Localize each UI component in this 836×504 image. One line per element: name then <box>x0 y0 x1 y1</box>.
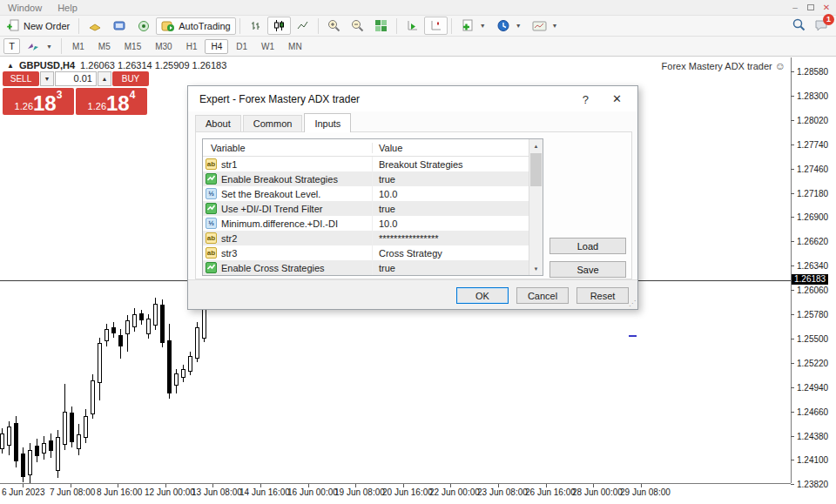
market-watch-button[interactable] <box>83 17 107 35</box>
timeframe-button-m30[interactable]: M30 <box>149 39 178 54</box>
time-axis-tick <box>450 484 451 487</box>
dialog-title: Expert - Forex Mastery ADX trader <box>199 93 360 105</box>
objects-button[interactable]: ▼ <box>20 37 57 55</box>
volume-down-button[interactable]: ▼ <box>40 71 54 86</box>
minimize-button[interactable]: – <box>787 1 803 13</box>
price-axis-label: 1.26340 <box>797 261 828 271</box>
param-name-cell: abstr3 <box>203 245 373 260</box>
metaeditor-button[interactable] <box>107 17 131 35</box>
param-value-cell[interactable]: true <box>373 263 395 273</box>
scroll-up-button[interactable]: ▲ <box>529 139 543 152</box>
zoom-out-button[interactable] <box>346 17 369 35</box>
close-button[interactable]: ✕ <box>819 1 834 13</box>
candlestick <box>181 369 185 378</box>
menu-item-window[interactable]: Window <box>0 2 50 14</box>
template-button[interactable]: ▼ <box>527 17 563 35</box>
param-value-cell[interactable]: 10.0 <box>373 218 397 229</box>
buy-button[interactable]: BUY <box>112 71 149 86</box>
save-button[interactable]: Save <box>549 261 626 278</box>
bar-chart-button[interactable] <box>244 17 267 35</box>
timeframe-button-mn[interactable]: MN <box>282 39 308 54</box>
table-row[interactable]: abstr3Cross Strategy <box>203 245 543 260</box>
scroll-down-button[interactable]: ▼ <box>529 262 543 275</box>
candlestick <box>167 340 172 393</box>
table-row[interactable]: ½Set the Breakout Level.10.0 <box>203 186 543 201</box>
timeframe-button-h4[interactable]: H4 <box>205 39 228 54</box>
table-scrollbar[interactable]: ▲ ▼ <box>529 139 543 275</box>
time-axis-label: 19 Jun 08:00 <box>334 487 385 497</box>
line-chart-button[interactable] <box>291 17 314 35</box>
dialog-close-button[interactable]: ✕ <box>612 92 622 105</box>
zoom-in-button[interactable] <box>322 17 346 35</box>
metaeditor-icon <box>112 20 126 32</box>
toolbar-separator <box>239 18 240 34</box>
signals-button[interactable] <box>131 17 156 35</box>
table-row[interactable]: Enable Cross Strategiestrue <box>203 260 543 275</box>
reset-button[interactable]: Reset <box>576 287 629 304</box>
buy-price-display[interactable]: 1.26184 <box>76 88 147 115</box>
resize-grip[interactable]: ⋰ <box>629 300 636 307</box>
column-header-value[interactable]: Value <box>373 143 402 153</box>
column-header-variable[interactable]: Variable <box>203 143 373 153</box>
time-axis-label: 13 Jun 08:00 <box>192 487 242 497</box>
load-button[interactable]: Load <box>549 238 626 254</box>
autotrading-button[interactable]: AutoTrading <box>156 17 236 35</box>
menu-item-help[interactable]: Help <box>50 2 85 14</box>
timeframe-button-m1[interactable]: M1 <box>66 39 91 54</box>
time-axis[interactable]: 6 Jun 20237 Jun 08:008 Jun 16:0012 Jun 0… <box>0 483 791 504</box>
chevron-down-icon: ▼ <box>552 23 558 29</box>
timeframe-button-d1[interactable]: D1 <box>230 39 253 54</box>
param-value-cell[interactable]: Breakout Strategies <box>373 159 463 170</box>
notifications-button[interactable]: 1 <box>814 18 829 31</box>
param-value-cell[interactable]: Cross Strategy <box>373 248 442 259</box>
price-axis-label: 1.24380 <box>797 432 828 441</box>
timeframe-button-m15[interactable]: M15 <box>118 39 147 54</box>
table-row[interactable]: Use +DI/-DI Trend Filtertrue <box>203 201 543 216</box>
ok-button[interactable]: OK <box>456 287 509 304</box>
chart-shift-button[interactable] <box>424 17 448 35</box>
collapse-arrow-icon[interactable]: ▲ <box>7 62 14 70</box>
table-header: Variable Value <box>203 139 543 157</box>
dialog-title-bar[interactable]: Expert - Forex Mastery ADX trader <box>188 86 637 111</box>
auto-scroll-button[interactable] <box>401 17 424 35</box>
timeframe-button-h1[interactable]: H1 <box>180 39 204 54</box>
table-row[interactable]: abstr2**************** <box>203 231 543 245</box>
new-chart-button[interactable]: ▼ <box>455 17 491 35</box>
sell-price-sup: 3 <box>57 89 63 101</box>
period-button[interactable]: ▼ <box>491 17 527 35</box>
timeframe-button-m5[interactable]: M5 <box>92 39 117 54</box>
param-value-cell[interactable]: 10.0 <box>373 189 397 199</box>
tile-windows-button[interactable] <box>369 17 393 35</box>
toolbar-separator <box>451 18 452 34</box>
time-axis-label: 12 Jun 00:00 <box>145 487 195 497</box>
search-icon[interactable] <box>792 17 806 31</box>
param-value-cell[interactable]: true <box>373 174 395 185</box>
text-tool-button[interactable]: T <box>3 38 20 54</box>
cancel-button[interactable]: Cancel <box>516 287 569 304</box>
timeframe-button-w1[interactable]: W1 <box>255 39 280 54</box>
param-value-cell[interactable]: **************** <box>373 233 439 244</box>
candlestick-chart-button[interactable] <box>267 17 291 35</box>
buy-price-sup: 4 <box>130 89 136 101</box>
candlestick <box>202 309 206 339</box>
price-axis[interactable]: 1.26183 1.285801.283001.280201.277401.27… <box>791 57 836 504</box>
sell-button[interactable]: SELL <box>3 71 39 86</box>
price-axis-label: 1.28300 <box>797 91 828 101</box>
sell-price-display[interactable]: 1.26183 <box>3 88 74 115</box>
restore-button[interactable] <box>803 1 819 13</box>
tab-inputs[interactable]: Inputs <box>304 113 351 132</box>
table-row[interactable]: abstr1Breakout Strategies <box>203 157 543 171</box>
param-value-cell[interactable]: true <box>373 204 395 214</box>
dialog-help-button[interactable]: ? <box>583 93 589 106</box>
param-name: str1 <box>221 159 237 170</box>
time-axis-tick <box>593 484 594 487</box>
table-row[interactable]: Enable Breakout Strategiestrue <box>203 171 543 186</box>
scrollbar-thumb[interactable] <box>530 153 542 186</box>
zoom-out-icon <box>351 19 364 32</box>
new-order-button[interactable]: New Order <box>2 17 75 35</box>
volume-input[interactable]: 0.01 <box>55 71 97 86</box>
volume-up-button[interactable]: ▲ <box>98 71 111 86</box>
param-name: str2 <box>221 233 237 244</box>
table-row[interactable]: ½Minimum.difference.+DI.-DI10.0 <box>203 216 543 231</box>
candlestick <box>146 319 151 334</box>
